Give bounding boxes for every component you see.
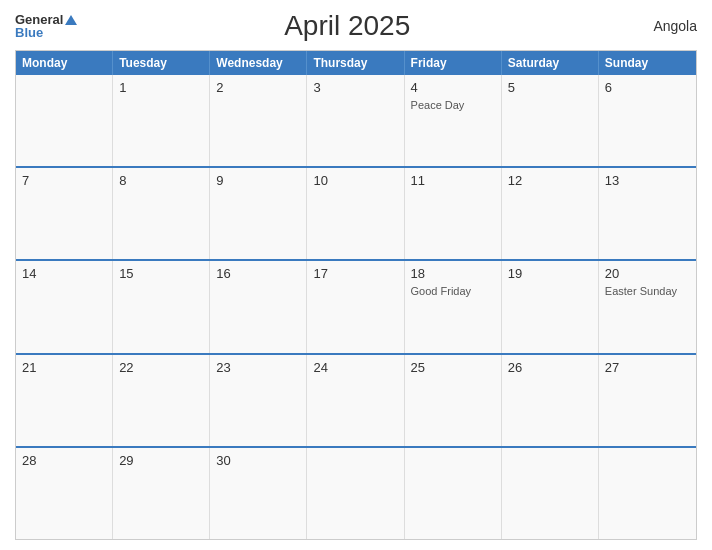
day-number: 8 (119, 173, 203, 188)
calendar-cell: 22 (113, 355, 210, 446)
calendar-cell: 7 (16, 168, 113, 259)
calendar-cell: 11 (405, 168, 502, 259)
day-number: 22 (119, 360, 203, 375)
weekday-header-friday: Friday (405, 51, 502, 75)
calendar-cell: 4Peace Day (405, 75, 502, 166)
day-event: Easter Sunday (605, 285, 690, 297)
calendar-cell: 18Good Friday (405, 261, 502, 352)
calendar-cell (502, 448, 599, 539)
calendar: MondayTuesdayWednesdayThursdayFridaySatu… (15, 50, 697, 540)
country-label: Angola (617, 18, 697, 34)
weekday-header-monday: Monday (16, 51, 113, 75)
day-number: 18 (411, 266, 495, 281)
calendar-week-3: 1415161718Good Friday1920Easter Sunday (16, 259, 696, 352)
day-number: 27 (605, 360, 690, 375)
day-event: Good Friday (411, 285, 495, 297)
calendar-cell: 6 (599, 75, 696, 166)
day-number: 6 (605, 80, 690, 95)
day-number: 24 (313, 360, 397, 375)
day-number: 21 (22, 360, 106, 375)
day-number: 15 (119, 266, 203, 281)
calendar-cell: 30 (210, 448, 307, 539)
calendar-cell (405, 448, 502, 539)
weekday-header-saturday: Saturday (502, 51, 599, 75)
calendar-cell: 23 (210, 355, 307, 446)
day-number: 1 (119, 80, 203, 95)
day-number: 3 (313, 80, 397, 95)
calendar-cell: 3 (307, 75, 404, 166)
calendar-cell: 20Easter Sunday (599, 261, 696, 352)
calendar-body: 1234Peace Day56789101112131415161718Good… (16, 75, 696, 539)
calendar-week-1: 1234Peace Day56 (16, 75, 696, 166)
calendar-cell: 24 (307, 355, 404, 446)
day-number: 12 (508, 173, 592, 188)
calendar-cell: 9 (210, 168, 307, 259)
day-number: 9 (216, 173, 300, 188)
calendar-cell: 26 (502, 355, 599, 446)
day-event: Peace Day (411, 99, 495, 111)
calendar-cell (599, 448, 696, 539)
day-number: 28 (22, 453, 106, 468)
day-number: 20 (605, 266, 690, 281)
header: General Blue April 2025 Angola (15, 10, 697, 42)
day-number: 19 (508, 266, 592, 281)
day-number: 10 (313, 173, 397, 188)
day-number: 11 (411, 173, 495, 188)
calendar-cell: 8 (113, 168, 210, 259)
calendar-cell (307, 448, 404, 539)
calendar-cell: 28 (16, 448, 113, 539)
logo-blue-text: Blue (15, 26, 77, 39)
weekday-header-sunday: Sunday (599, 51, 696, 75)
day-number: 25 (411, 360, 495, 375)
calendar-week-5: 282930 (16, 446, 696, 539)
day-number: 14 (22, 266, 106, 281)
calendar-cell: 15 (113, 261, 210, 352)
weekday-header-wednesday: Wednesday (210, 51, 307, 75)
calendar-cell: 17 (307, 261, 404, 352)
calendar-cell: 21 (16, 355, 113, 446)
weekday-header-tuesday: Tuesday (113, 51, 210, 75)
day-number: 5 (508, 80, 592, 95)
day-number: 13 (605, 173, 690, 188)
day-number: 17 (313, 266, 397, 281)
day-number: 23 (216, 360, 300, 375)
weekday-header-thursday: Thursday (307, 51, 404, 75)
calendar-cell: 19 (502, 261, 599, 352)
calendar-cell: 2 (210, 75, 307, 166)
calendar-cell: 5 (502, 75, 599, 166)
calendar-cell: 13 (599, 168, 696, 259)
calendar-header: MondayTuesdayWednesdayThursdayFridaySatu… (16, 51, 696, 75)
calendar-cell: 12 (502, 168, 599, 259)
calendar-cell: 10 (307, 168, 404, 259)
day-number: 26 (508, 360, 592, 375)
logo: General Blue (15, 13, 77, 39)
day-number: 29 (119, 453, 203, 468)
calendar-week-4: 21222324252627 (16, 353, 696, 446)
day-number: 16 (216, 266, 300, 281)
calendar-week-2: 78910111213 (16, 166, 696, 259)
calendar-cell: 1 (113, 75, 210, 166)
day-number: 7 (22, 173, 106, 188)
calendar-cell: 27 (599, 355, 696, 446)
calendar-cell: 16 (210, 261, 307, 352)
page: General Blue April 2025 Angola MondayTue… (0, 0, 712, 550)
day-number: 4 (411, 80, 495, 95)
logo-triangle-icon (65, 15, 77, 25)
calendar-cell: 25 (405, 355, 502, 446)
calendar-cell: 29 (113, 448, 210, 539)
calendar-cell: 14 (16, 261, 113, 352)
day-number: 2 (216, 80, 300, 95)
calendar-cell (16, 75, 113, 166)
calendar-title: April 2025 (77, 10, 617, 42)
day-number: 30 (216, 453, 300, 468)
